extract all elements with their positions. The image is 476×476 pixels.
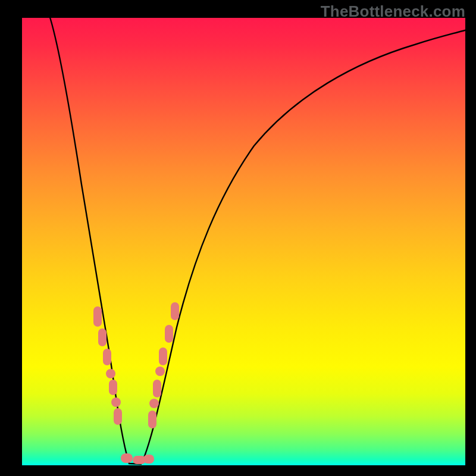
marker-cluster-right [148, 302, 179, 428]
watermark-text: TheBottleneck.com [321, 2, 465, 21]
svg-rect-4 [109, 380, 117, 395]
svg-rect-1 [98, 328, 107, 346]
svg-point-5 [111, 397, 121, 407]
chart-frame: TheBottleneck.com [0, 0, 476, 476]
svg-rect-2 [103, 349, 111, 365]
svg-rect-9 [143, 455, 154, 464]
bottleneck-curve [49, 15, 467, 464]
curve-layer [22, 18, 465, 465]
svg-point-11 [149, 399, 159, 408]
svg-point-3 [106, 369, 115, 378]
svg-rect-7 [121, 453, 133, 463]
svg-point-13 [155, 367, 165, 376]
svg-rect-12 [153, 380, 161, 397]
svg-rect-10 [148, 411, 156, 428]
svg-rect-16 [171, 302, 179, 320]
svg-rect-6 [114, 408, 122, 425]
svg-rect-15 [165, 325, 173, 343]
plot-area [22, 18, 465, 465]
svg-rect-14 [159, 347, 167, 365]
marker-cluster-valley [121, 453, 154, 464]
svg-rect-0 [93, 306, 102, 327]
